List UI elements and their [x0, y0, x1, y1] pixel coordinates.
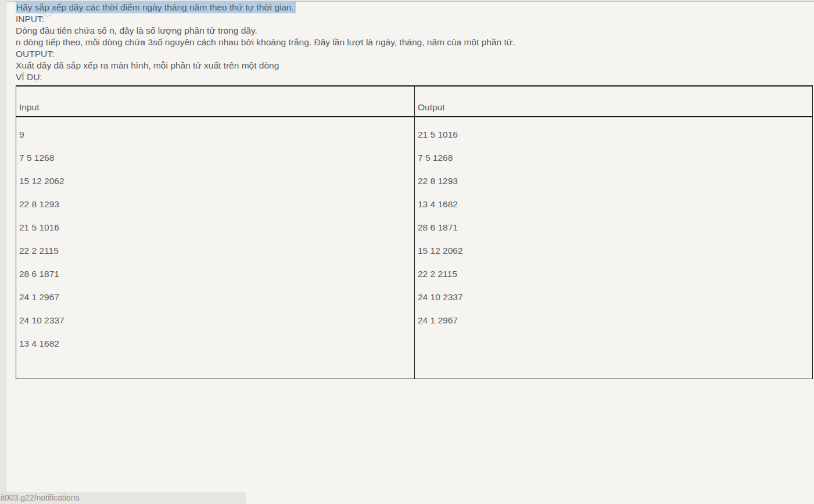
table-cell-line: 24 10 2337	[418, 286, 812, 309]
problem-title-line: Hãy sắp xếp dãy các thời điểm ngày tháng…	[16, 2, 814, 13]
page-background: Hãy sắp xếp dãy các thời điểm ngày tháng…	[0, 0, 814, 504]
table-cell-line: 28 6 1871	[418, 216, 812, 239]
table-cell-line: 28 6 1871	[19, 262, 414, 286]
table-cell-line: 22 8 1293	[19, 193, 414, 216]
table-cell-line: 15 12 2062	[19, 170, 414, 193]
table-cell-line: 7 5 1268	[418, 146, 812, 170]
table-header-output: Output	[415, 86, 813, 117]
table-cell-line: 22 2 2115	[418, 262, 812, 286]
table-cell-line: 15 12 2062	[418, 239, 812, 262]
status-bar: it003.g22/notifications	[0, 492, 246, 504]
notification-popover-panel: Hãy sắp xếp dãy các thời điểm ngày tháng…	[6, 1, 814, 504]
table-cell-line: 9	[19, 123, 414, 146]
problem-statement: Hãy sắp xếp dãy các thời điểm ngày tháng…	[6, 2, 814, 504]
table-cell-line: 21 5 1016	[418, 123, 812, 146]
problem-title-selected-text: Hãy sắp xếp dãy các thời điểm ngày tháng…	[16, 1, 296, 13]
example-output-cell: 21 5 10167 5 126822 8 129313 4 168228 6 …	[415, 117, 813, 379]
output-description: Xuất dãy đã sắp xếp ra màn hình, mỗi phầ…	[16, 60, 814, 71]
table-cell-line: 22 8 1293	[418, 170, 812, 193]
example-table-data-row: 97 5 126815 12 206222 8 129321 5 101622 …	[16, 117, 813, 379]
table-cell-line: 13 4 1682	[418, 193, 812, 216]
table-cell-line: 24 10 2337	[19, 309, 414, 332]
table-cell-line: 13 4 1682	[19, 332, 414, 355]
input-description-line-2: n dòng tiếp theo, mỗi dòng chứa 3số nguy…	[16, 37, 814, 48]
table-cell-line: 24 1 2967	[19, 286, 414, 309]
input-heading: INPUT:	[16, 13, 814, 25]
example-input-cell: 97 5 126815 12 206222 8 129321 5 101622 …	[16, 117, 415, 379]
example-heading: VÍ DỤ:	[16, 71, 814, 83]
table-header-input: Input	[16, 86, 415, 117]
table-cell-line: 22 2 2115	[19, 239, 414, 262]
input-description-line-1: Dòng đầu tiên chứa số n, đây là số lượng…	[16, 25, 814, 37]
table-cell-line: 24 1 2967	[418, 309, 812, 332]
output-heading: OUTPUT:	[16, 48, 814, 60]
example-table-header-row: Input Output	[16, 86, 813, 117]
example-table: Input Output 97 5 126815 12 206222 8 129…	[16, 85, 813, 379]
status-bar-link-preview: it003.g22/notifications	[1, 493, 79, 502]
table-cell-line: 7 5 1268	[19, 146, 414, 170]
table-cell-line: 21 5 1016	[19, 216, 414, 239]
